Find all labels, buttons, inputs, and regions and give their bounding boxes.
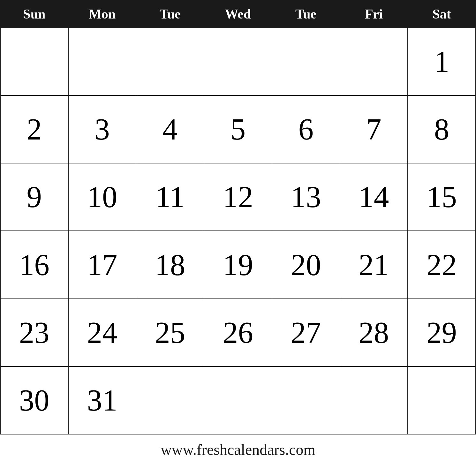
calendar-cell (272, 28, 340, 95)
calendar-cell (272, 366, 340, 434)
calendar-cell: 4 (136, 95, 204, 163)
calendar-cell: 5 (204, 95, 272, 163)
calendar-cell: 11 (136, 163, 204, 231)
calendar-cell: 10 (68, 163, 136, 231)
footer-text: www.freshcalendars.com (0, 434, 476, 468)
calendar-cell: 9 (0, 163, 68, 231)
calendar-cell (136, 28, 204, 95)
calendar-cell: 15 (408, 163, 476, 231)
calendar-row: 23242526272829 (0, 299, 476, 366)
calendar-cell: 21 (340, 231, 408, 298)
calendar-cell: 8 (408, 95, 476, 163)
calendar-cell: 31 (68, 366, 136, 434)
calendar-cell: 22 (408, 231, 476, 298)
header-sat: Sat (408, 0, 476, 28)
calendar-cell: 27 (272, 299, 340, 366)
calendar-cell: 14 (340, 163, 408, 231)
calendar-cell: 28 (340, 299, 408, 366)
calendar-row: 16171819202122 (0, 231, 476, 298)
calendar-cell: 29 (408, 299, 476, 366)
calendar-cell: 17 (68, 231, 136, 298)
calendar-cell: 30 (0, 366, 68, 434)
calendar-cell: 24 (68, 299, 136, 366)
calendar-cell: 25 (136, 299, 204, 366)
calendar-cell (204, 366, 272, 434)
calendar-table: Sun Mon Tue Wed Tue Fri Sat 123456789101… (0, 0, 476, 434)
calendar-cell (340, 28, 408, 95)
header-row: Sun Mon Tue Wed Tue Fri Sat (0, 0, 476, 28)
calendar-cell: 18 (136, 231, 204, 298)
calendar-cell: 12 (204, 163, 272, 231)
calendar-cell: 2 (0, 95, 68, 163)
calendar-cell (204, 28, 272, 95)
calendar-cell (408, 366, 476, 434)
calendar-cell: 20 (272, 231, 340, 298)
calendar-row: 9101112131415 (0, 163, 476, 231)
header-tue2: Tue (272, 0, 340, 28)
calendar-cell: 23 (0, 299, 68, 366)
calendar-cell: 1 (408, 28, 476, 95)
calendar-row: 1 (0, 28, 476, 95)
header-wed: Wed (204, 0, 272, 28)
calendar-cell: 19 (204, 231, 272, 298)
calendar-cell: 7 (340, 95, 408, 163)
header-fri: Fri (340, 0, 408, 28)
calendar-cell: 3 (68, 95, 136, 163)
calendar-cell (68, 28, 136, 95)
calendar-cell (136, 366, 204, 434)
header-sun: Sun (0, 0, 68, 28)
calendar-wrapper: Sun Mon Tue Wed Tue Fri Sat 123456789101… (0, 0, 476, 468)
calendar-cell: 6 (272, 95, 340, 163)
calendar-cell (0, 28, 68, 95)
calendar-row: 3031 (0, 366, 476, 434)
calendar-cell: 13 (272, 163, 340, 231)
calendar-cell: 26 (204, 299, 272, 366)
calendar-cell: 16 (0, 231, 68, 298)
header-mon: Mon (68, 0, 136, 28)
calendar-cell (340, 366, 408, 434)
header-tue1: Tue (136, 0, 204, 28)
calendar-row: 2345678 (0, 95, 476, 163)
